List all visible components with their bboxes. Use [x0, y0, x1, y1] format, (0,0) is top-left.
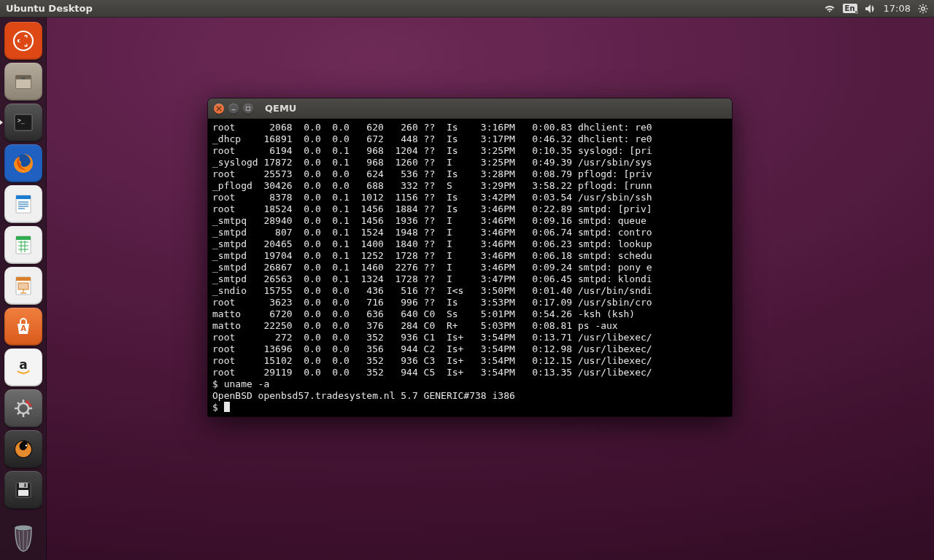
svg-line-7: [919, 11, 920, 12]
unity-launcher: >_ A a: [0, 18, 47, 560]
files-icon: [11, 69, 36, 94]
qemu-window[interactable]: QEMU root 2068 0.0 0.0 620 260 ?? Is 3:1…: [208, 98, 732, 416]
top-panel: Ubuntu Desktop En 17:08: [0, 0, 934, 18]
svg-rect-38: [18, 283, 28, 289]
launcher-calc[interactable]: [4, 226, 42, 264]
minimize-icon: [231, 106, 236, 112]
terminal-cursor: [224, 402, 230, 412]
svg-rect-37: [16, 277, 31, 281]
window-titlebar[interactable]: QEMU: [208, 98, 732, 119]
launcher-files[interactable]: [4, 63, 42, 101]
svg-point-0: [922, 7, 925, 10]
impress-icon: [11, 273, 36, 298]
svg-rect-24: [16, 195, 31, 199]
amazon-icon: a: [11, 355, 36, 380]
sound-indicator[interactable]: [865, 4, 876, 14]
dash-home-icon: [11, 28, 36, 53]
keyboard-lang-label: En: [843, 4, 857, 13]
svg-rect-19: [21, 77, 26, 79]
svg-line-14: [23, 36, 26, 41]
launcher-settings[interactable]: [4, 389, 42, 427]
svg-rect-57: [24, 483, 26, 487]
settings-icon: [11, 396, 36, 421]
speaker-icon: [865, 4, 876, 14]
writer-icon: [11, 192, 36, 217]
terminal-icon: >_: [11, 110, 36, 135]
launcher-software-center[interactable]: A: [4, 308, 42, 346]
launcher-qemu[interactable]: [4, 430, 42, 468]
trash-icon: [9, 522, 38, 554]
launcher-writer[interactable]: [4, 185, 42, 223]
svg-line-49: [27, 413, 29, 415]
svg-rect-18: [16, 79, 31, 88]
svg-point-54: [25, 445, 26, 446]
svg-point-43: [18, 403, 28, 413]
svg-line-5: [919, 5, 920, 6]
close-icon: [216, 106, 222, 112]
svg-text:>_: >_: [18, 117, 25, 124]
qemu-icon: [11, 437, 36, 462]
wifi-icon: [824, 4, 835, 14]
calc-icon: [11, 233, 36, 257]
window-maximize-button[interactable]: [243, 104, 253, 114]
window-title: QEMU: [265, 103, 296, 114]
svg-point-52: [26, 400, 28, 403]
maximize-icon: [245, 106, 251, 112]
launcher-impress[interactable]: [4, 267, 42, 305]
session-indicator[interactable]: [918, 4, 928, 14]
svg-point-59: [15, 526, 32, 531]
launcher-terminal[interactable]: >_: [4, 104, 42, 141]
svg-line-8: [925, 5, 926, 6]
window-close-button[interactable]: [214, 104, 224, 114]
launcher-firefox[interactable]: [4, 144, 42, 182]
svg-rect-30: [16, 236, 31, 240]
svg-line-50: [18, 413, 20, 415]
svg-text:a: a: [19, 357, 27, 372]
svg-rect-58: [18, 490, 28, 496]
window-minimize-button[interactable]: [228, 104, 239, 114]
svg-text:A: A: [20, 324, 26, 332]
keyboard-indicator[interactable]: En: [843, 4, 857, 13]
svg-line-15: [23, 41, 26, 45]
launcher-amazon[interactable]: a: [4, 349, 42, 386]
svg-line-48: [18, 402, 20, 405]
software-center-icon: A: [11, 314, 36, 339]
launcher-save[interactable]: [4, 471, 42, 509]
launcher-dash[interactable]: [4, 22, 42, 60]
gear-icon: [918, 4, 928, 14]
network-indicator[interactable]: [824, 4, 835, 14]
terminal-output[interactable]: root 2068 0.0 0.0 620 260 ?? Is 3:16PM 0…: [208, 119, 732, 416]
firefox-icon: [11, 151, 36, 176]
svg-line-6: [925, 11, 926, 12]
floppy-icon: [11, 478, 36, 502]
launcher-trash[interactable]: [4, 519, 42, 557]
clock[interactable]: 17:08: [884, 3, 911, 14]
svg-rect-56: [19, 483, 28, 488]
active-app-title: Ubuntu Desktop: [6, 3, 93, 14]
svg-rect-64: [247, 106, 250, 110]
